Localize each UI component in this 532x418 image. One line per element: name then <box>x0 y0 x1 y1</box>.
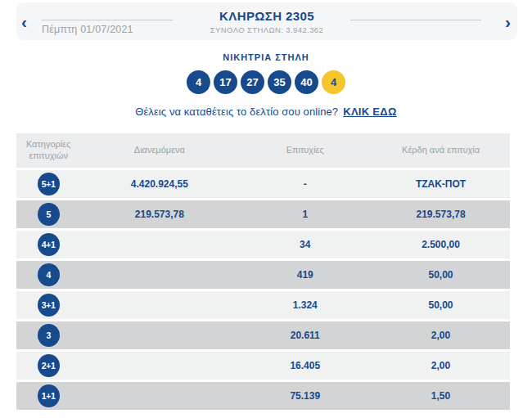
draw-title: ΚΛΗΡΩΣΗ 2305 <box>210 9 323 23</box>
wins-value: 34 <box>300 239 310 250</box>
prize-value: 50,00 <box>429 269 453 281</box>
category-badge: 5 <box>38 203 60 226</box>
draw-heading: ΚΛΗΡΩΣΗ 2305 ΣΥΝΟΛΟ ΣΤΗΛΩΝ: 3.942.362 <box>210 9 323 34</box>
winning-number-ball: 27 <box>241 70 264 94</box>
prize-value: 50,00 <box>429 299 453 311</box>
wins-value: 419 <box>297 269 313 281</box>
col-header-prize: Κέρδη ανά επιτυχία <box>402 145 480 156</box>
prize-value: 2,00 <box>431 360 450 371</box>
col-header-wins: Επιτυχίες <box>286 145 324 156</box>
distributed-value: 4.420.924,55 <box>131 178 188 190</box>
header-divider-right <box>350 20 481 20</box>
winning-numbers: 4 17 27 35 40 4 <box>0 70 532 94</box>
table-row: 4 419 50,00 <box>16 261 510 289</box>
previous-draw-button[interactable]: ‹ <box>18 11 30 32</box>
draw-date-block: Πέμπτη 01/07/2021 <box>42 20 173 35</box>
distributed-value: 219.573,78 <box>135 209 184 220</box>
wins-value: 20.611 <box>291 330 320 341</box>
winning-column-section: ΝΙΚΗΤΡΙΑ ΣΤΗΛΗ 4 17 27 35 40 4 Θέλεις να… <box>0 52 532 118</box>
table-row: 1+1 75.139 1,50 <box>16 382 510 410</box>
winning-number-ball: 35 <box>268 70 291 94</box>
joker-number-ball: 4 <box>322 70 345 94</box>
category-badge: 1+1 <box>38 384 60 407</box>
online-prompt: Θέλεις να καταθέτεις το δελτίο σου onlin… <box>0 106 532 118</box>
category-badge: 3+1 <box>38 294 60 317</box>
header-divider-left <box>42 20 173 20</box>
wins-value: - <box>304 178 307 190</box>
prize-value: 219.573,78 <box>417 209 466 220</box>
online-prompt-text: Θέλεις να καταθέτεις το δελτίο σου onlin… <box>135 106 338 118</box>
winning-number-ball: 4 <box>187 70 210 94</box>
prize-value: 2.500,00 <box>422 239 460 250</box>
draw-header: ‹ Πέμπτη 01/07/2021 ΚΛΗΡΩΣΗ 2305 ΣΥΝΟΛΟ … <box>16 2 517 40</box>
wins-value: 75.139 <box>290 390 320 402</box>
winning-column-title: ΝΙΚΗΤΡΙΑ ΣΤΗΛΗ <box>0 52 532 62</box>
category-badge: 5+1 <box>38 173 60 196</box>
wins-value: 1 <box>302 209 308 220</box>
wins-value: 16.405 <box>290 360 320 371</box>
table-row: 5+1 4.420.924,55 - ΤΖΑΚ-ΠΟΤ <box>16 170 510 198</box>
winning-number-ball: 40 <box>295 70 318 94</box>
col-header-distributed: Διανεμόμενα <box>134 145 185 156</box>
next-draw-button[interactable]: › <box>502 11 514 32</box>
results-table: Κατηγορίες επιτυχιών Διανεμόμενα Επιτυχί… <box>16 133 510 410</box>
table-header-row: Κατηγορίες επιτυχιών Διανεμόμενα Επιτυχί… <box>16 133 510 168</box>
draw-date: Πέμπτη 01/07/2021 <box>42 24 173 35</box>
table-row: 4+1 34 2.500,00 <box>16 231 510 258</box>
table-row: 3 20.611 2,00 <box>16 321 510 349</box>
winning-number-ball: 17 <box>214 70 237 94</box>
category-badge: 3 <box>38 324 60 347</box>
category-badge: 4+1 <box>38 233 60 256</box>
prize-value: ΤΖΑΚ-ΠΟΤ <box>416 178 466 190</box>
wins-value: 1.324 <box>293 299 318 311</box>
col-header-categories: Κατηγορίες επιτυχιών <box>16 139 80 162</box>
table-row: 3+1 1.324 50,00 <box>16 291 510 319</box>
prize-value: 1,50 <box>431 390 450 402</box>
prize-value: 2,00 <box>431 330 450 341</box>
table-row: 2+1 16.405 2,00 <box>16 352 510 380</box>
total-columns: ΣΥΝΟΛΟ ΣΤΗΛΩΝ: 3.942.362 <box>210 25 323 34</box>
category-badge: 4 <box>38 263 60 286</box>
click-here-link[interactable]: ΚΛΙΚ ΕΔΩ <box>343 106 397 118</box>
category-badge: 2+1 <box>38 354 60 377</box>
table-row: 5 219.573,78 1 219.573,78 <box>16 200 510 228</box>
header-right-block <box>350 20 481 20</box>
